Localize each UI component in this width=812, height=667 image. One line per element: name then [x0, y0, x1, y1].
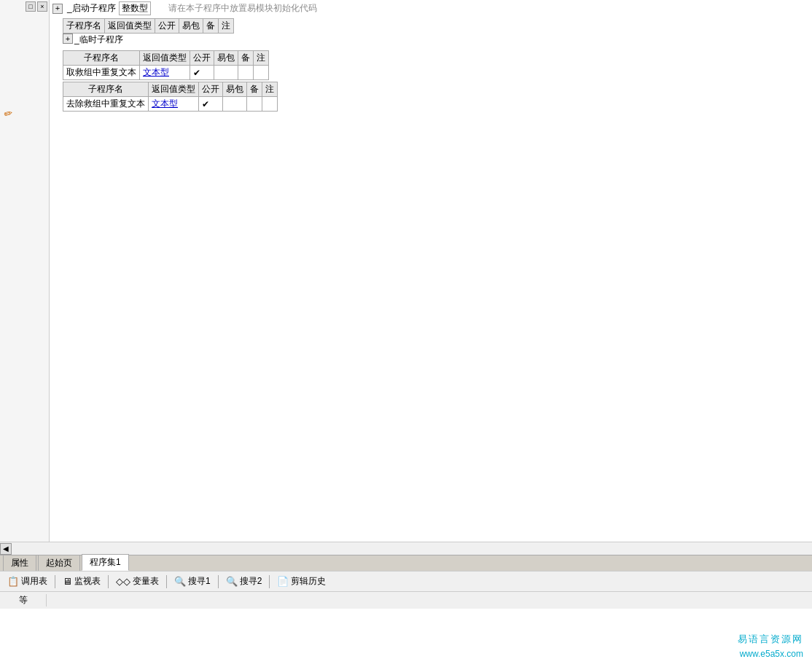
right-panel: + _启动子程序 整数型 请在本子程序中放置易模块初始化代码 子程序名 返回值类…: [50, 0, 812, 542]
search2-button[interactable]: 🔍 搜寻2: [222, 574, 267, 589]
clip-history-button[interactable]: 📄 剪辑历史: [273, 574, 330, 589]
call-table-button[interactable]: 📋 调用表: [3, 574, 52, 589]
col-subname-3: 子程序名: [63, 82, 149, 97]
col-note2-2: 注: [254, 51, 269, 66]
dedup2-section: 子程序名 返回值类型 公开 易包 备 注 去除救组中重复文本 文: [63, 82, 809, 112]
left-sidebar: □ × ✏: [0, 0, 50, 542]
cell-type-dedup2[interactable]: 文本型: [149, 97, 199, 112]
hscroll-area: ◀: [0, 542, 812, 555]
var-table-button[interactable]: ◇◇ 变量表: [112, 574, 163, 589]
brand-area: 易语言资源网 www.e5a5x.com: [0, 609, 812, 667]
tree-content: + _启动子程序 整数型 请在本子程序中放置易模块初始化代码 子程序名 返回值类…: [50, 0, 812, 113]
temp-table: 子程序名 返回值类型 公开 易包 备 注: [63, 18, 234, 34]
cell-note1-dedup1: [238, 66, 254, 80]
var-table-icon: ◇◇: [116, 576, 130, 587]
toolbar-sep-2: [108, 575, 109, 588]
status-bar: 等: [0, 591, 812, 609]
cell-public-dedup1: ✔: [190, 66, 214, 80]
cell-easy-dedup2: [223, 97, 247, 112]
search1-icon: 🔍: [174, 576, 186, 587]
brand-text: 易语言资源网 www.e5a5x.com: [738, 632, 803, 661]
monitor-label: 监视表: [74, 575, 101, 588]
startup-row: + _启动子程序 整数型 请在本子程序中放置易模块初始化代码: [52, 1, 809, 15]
startup-expand-button[interactable]: +: [52, 4, 63, 14]
startup-hint: 请在本子程序中放置易模块初始化代码: [168, 2, 317, 15]
cell-note2-dedup2: [262, 97, 278, 112]
checkmark-icon: ✔: [193, 68, 200, 78]
brand-line1: 易语言资源网: [738, 632, 803, 647]
cell-easy-dedup1: [214, 66, 238, 80]
cell-public-dedup2: ✔: [199, 97, 223, 112]
brand-line2: www.e5a5x.com: [738, 647, 803, 661]
restore-button[interactable]: □: [26, 1, 36, 12]
tab-startpage[interactable]: 起始页: [38, 555, 80, 571]
temp-label: _临时子程序: [74, 34, 123, 46]
monitor-icon: 🖥: [63, 576, 72, 587]
var-table-label: 变量表: [133, 575, 159, 588]
col-easypack-2: 易包: [214, 51, 238, 66]
hscroll-left-button[interactable]: ◀: [0, 543, 12, 555]
col-easypack-1: 易包: [179, 19, 203, 34]
tab-programset1[interactable]: 程序集1: [82, 554, 129, 571]
temp-expand-button[interactable]: +: [63, 34, 73, 44]
startup-type: 整数型: [119, 1, 151, 15]
col-subname-1: 子程序名: [63, 19, 105, 34]
table-row: 去除救组中重复文本 文本型 ✔: [63, 97, 278, 112]
col-note1-2: 备: [238, 51, 254, 66]
cell-name-dedup2: 去除救组中重复文本: [63, 97, 149, 112]
monitor-view-button[interactable]: 🖥 监视表: [58, 574, 105, 589]
col-note2-1: 注: [219, 19, 234, 34]
toolbar-sep-5: [269, 575, 270, 588]
dedup2-table: 子程序名 返回值类型 公开 易包 备 注 去除救组中重复文本 文: [63, 82, 278, 112]
col-rettype-3: 返回值类型: [149, 82, 199, 97]
col-public-1: 公开: [155, 19, 179, 34]
close-button[interactable]: ×: [37, 1, 47, 12]
search2-icon: 🔍: [226, 576, 238, 587]
toolbar-sep-4: [218, 575, 219, 588]
clip-icon: 📄: [277, 576, 289, 587]
cell-name-dedup1: 取救组中重复文本: [63, 66, 140, 80]
tab-properties[interactable]: 属性: [3, 555, 36, 571]
col-public-3: 公开: [199, 82, 223, 97]
col-subname-2: 子程序名: [63, 51, 140, 66]
call-table-icon: 📋: [7, 576, 19, 587]
col-rettype-2: 返回值类型: [140, 51, 190, 66]
bottom-toolbar: 📋 调用表 🖥 监视表 ◇◇ 变量表 🔍 搜寻1 🔍 搜寻2 📄 剪辑历史: [0, 571, 812, 591]
temp-row-wrapper: + _临时子程序: [63, 34, 809, 46]
temp-section: 子程序名 返回值类型 公开 易包 备 注 + _临时子程序: [63, 18, 809, 46]
pencil-icon: ✏: [3, 107, 15, 121]
search2-label: 搜寻2: [240, 575, 262, 588]
dedup1-table: 子程序名 返回值类型 公开 易包 备 注 取救组中重复文本 文本: [63, 50, 269, 80]
startup-label: _启动子程序: [67, 2, 116, 15]
tabs-bar: 属性 起始页 程序集1: [0, 555, 812, 571]
col-note1-3: 备: [247, 82, 262, 97]
search1-label: 搜寻1: [188, 575, 211, 588]
col-rettype-1: 返回值类型: [105, 19, 155, 34]
cell-note1-dedup2: [247, 97, 262, 112]
cell-note2-dedup1: [254, 66, 269, 80]
col-public-2: 公开: [190, 51, 214, 66]
cell-type-dedup1[interactable]: 文本型: [140, 66, 190, 80]
toolbar-sep-3: [166, 575, 167, 588]
dedup1-section: 子程序名 返回值类型 公开 易包 备 注 取救组中重复文本 文本: [63, 50, 809, 80]
status-left: 等: [3, 594, 47, 606]
search1-button[interactable]: 🔍 搜寻1: [170, 574, 215, 589]
table-row: 取救组中重复文本 文本型 ✔: [63, 66, 269, 80]
sidebar-top: □ ×: [0, 0, 49, 13]
col-note2-3: 注: [262, 82, 278, 97]
call-table-label: 调用表: [21, 575, 47, 588]
col-easypack-3: 易包: [223, 82, 247, 97]
col-note1-1: 备: [203, 19, 219, 34]
content-area: □ × ✏ + _启动子程序 整数型 请在本子程序中放置易模块初始化代码: [0, 0, 812, 542]
clip-label: 剪辑历史: [291, 575, 326, 588]
checkmark-icon: ✔: [202, 99, 209, 109]
main-container: □ × ✏ + _启动子程序 整数型 请在本子程序中放置易模块初始化代码: [0, 0, 812, 667]
toolbar-sep-1: [55, 575, 55, 588]
